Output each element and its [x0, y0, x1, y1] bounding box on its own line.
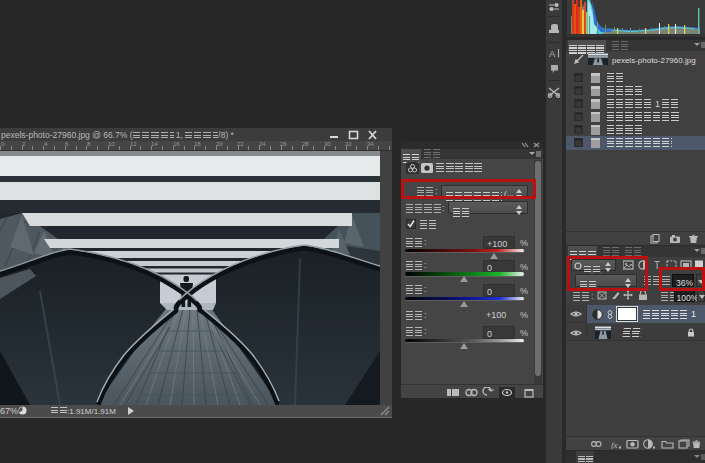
svg-text:A: A: [549, 48, 556, 59]
svg-text:fx: fx: [611, 440, 618, 450]
